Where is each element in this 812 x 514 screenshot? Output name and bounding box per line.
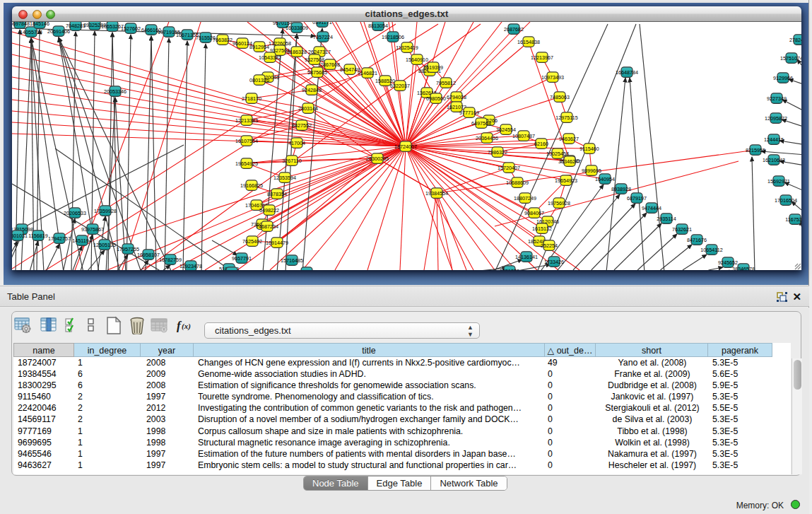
svg-text:9463627: 9463627 (559, 136, 579, 142)
svg-text:18724007: 18724007 (394, 144, 417, 150)
svg-text:0391171: 0391171 (312, 22, 331, 25)
svg-text:6497568: 6497568 (471, 120, 491, 127)
svg-text:16033809: 16033809 (286, 25, 308, 31)
svg-text:3267110: 3267110 (282, 158, 301, 164)
svg-text:1845146: 1845146 (30, 22, 49, 27)
svg-text:20691406: 20691406 (47, 28, 70, 35)
svg-text:7625402: 7625402 (242, 238, 262, 245)
svg-text:17359928: 17359928 (94, 208, 117, 214)
svg-text:8878354: 8878354 (267, 191, 287, 197)
svg-text:12505135: 12505135 (93, 242, 116, 248)
svg-text:25300295: 25300295 (366, 156, 389, 162)
svg-text:7986322: 7986322 (488, 149, 507, 156)
svg-text:16154838: 16154838 (517, 39, 540, 45)
svg-text:2867608: 2867608 (320, 62, 340, 68)
svg-text:9899695: 9899695 (582, 168, 601, 174)
svg-text:1640954: 1640954 (595, 176, 615, 182)
svg-text:(x): (x) (182, 322, 191, 331)
svg-text:8215955: 8215955 (746, 147, 765, 153)
svg-text:20206533: 20206533 (64, 210, 86, 216)
svg-text:8912954: 8912954 (249, 44, 269, 50)
svg-text:9084067: 9084067 (524, 210, 544, 216)
svg-text:10688609: 10688609 (506, 180, 529, 186)
svg-text:9129966: 9129966 (773, 75, 793, 81)
svg-text:11325419: 11325419 (396, 45, 418, 51)
svg-text:7663822: 7663822 (213, 37, 233, 43)
svg-text:16958107: 16958107 (137, 252, 160, 258)
svg-text:15751074: 15751074 (780, 55, 801, 62)
svg-text:7485063: 7485063 (550, 94, 570, 100)
svg-text:9245652: 9245652 (718, 259, 738, 266)
svg-text:5498222: 5498222 (259, 207, 279, 214)
svg-text:16107554: 16107554 (235, 138, 258, 144)
svg-text:8186328: 8186328 (287, 49, 307, 55)
svg-text:1451194: 1451194 (72, 238, 91, 244)
svg-text:12213383: 12213383 (235, 117, 258, 124)
svg-text:74687234: 74687234 (256, 223, 278, 230)
svg-text:7357224: 7357224 (313, 34, 333, 40)
svg-text:1733426: 1733426 (544, 259, 564, 265)
svg-text:9301031: 9301031 (12, 233, 28, 239)
svg-text:17016504: 17016504 (775, 197, 797, 204)
svg-text:16914479: 16914479 (266, 240, 288, 246)
svg-text:0980500: 0980500 (426, 95, 446, 102)
svg-text:10807487: 10807487 (512, 133, 535, 139)
svg-text:0651333: 0651333 (500, 268, 519, 271)
svg-text:19654925: 19654925 (235, 160, 258, 167)
svg-text:5875685: 5875685 (307, 69, 327, 76)
svg-text:252254: 252254 (541, 243, 558, 249)
svg-text:19218506: 19218506 (382, 34, 404, 40)
svg-text:16648784: 16648784 (616, 69, 638, 76)
svg-text:35346247: 35346247 (558, 158, 581, 165)
svg-text:16782759: 16782759 (159, 257, 182, 263)
svg-text:7632621: 7632621 (672, 226, 692, 233)
svg-text:20364436: 20364436 (476, 135, 498, 141)
svg-text:9777169: 9777169 (459, 110, 479, 116)
svg-text:38346578: 38346578 (732, 266, 755, 271)
svg-text:9146821: 9146821 (358, 70, 377, 76)
svg-text:15692971: 15692971 (767, 178, 790, 185)
svg-text:9242848: 9242848 (302, 87, 322, 93)
svg-text:8471676: 8471676 (687, 237, 707, 243)
svg-text:12213967: 12213967 (531, 54, 553, 61)
svg-text:15640910: 15640910 (406, 57, 428, 63)
svg-text:7048281: 7048281 (66, 23, 86, 29)
svg-text:12923478: 12923478 (180, 263, 202, 269)
svg-text:19166825: 19166825 (240, 182, 263, 189)
svg-text:19756928: 19756928 (548, 200, 570, 206)
svg-text:9115460: 9115460 (579, 146, 599, 152)
svg-text:17957255: 17957255 (117, 246, 139, 252)
svg-text:12095872: 12095872 (765, 115, 787, 122)
svg-text:62160: 62160 (534, 141, 548, 147)
svg-text:19384554: 19384554 (425, 190, 448, 197)
svg-text:2718170: 2718170 (242, 95, 261, 102)
svg-text:1244415: 1244415 (764, 136, 784, 143)
svg-text:3624554: 3624554 (496, 127, 516, 133)
svg-text:1656670: 1656670 (297, 269, 317, 271)
svg-text:8938928: 8938928 (611, 186, 631, 192)
svg-text:20053346: 20053346 (104, 88, 126, 95)
svg-text:16210643: 16210643 (763, 157, 785, 163)
svg-text:6879197: 6879197 (627, 195, 647, 201)
svg-text:2935114: 2935114 (657, 216, 676, 222)
svg-text:3619399: 3619399 (423, 64, 443, 71)
svg-text:8427552: 8427552 (292, 122, 312, 129)
svg-text:6322037: 6322037 (390, 83, 410, 89)
svg-text:0801326: 0801326 (249, 77, 269, 83)
svg-text:9973763: 9973763 (222, 269, 242, 271)
svg-text:9657791: 9657791 (232, 255, 252, 262)
svg-text:417004: 417004 (288, 140, 305, 146)
svg-text:26247317: 26247317 (308, 49, 331, 55)
svg-text:2803144: 2803144 (298, 105, 318, 112)
svg-text:10543382: 10543382 (259, 54, 281, 61)
svg-text:6697848: 6697848 (12, 22, 30, 27)
svg-text:8454749: 8454749 (340, 66, 360, 73)
svg-text:93975867: 93975867 (81, 226, 104, 233)
svg-text:10654112: 10654112 (700, 247, 722, 253)
svg-text:1156819: 1156819 (28, 233, 47, 239)
svg-text:2782489: 2782489 (789, 37, 801, 43)
svg-text:1615132: 1615132 (532, 226, 552, 232)
svg-text:14136141: 14136141 (515, 254, 538, 260)
svg-text:14055714: 14055714 (20, 29, 42, 35)
svg-text:9474444: 9474444 (642, 205, 661, 211)
